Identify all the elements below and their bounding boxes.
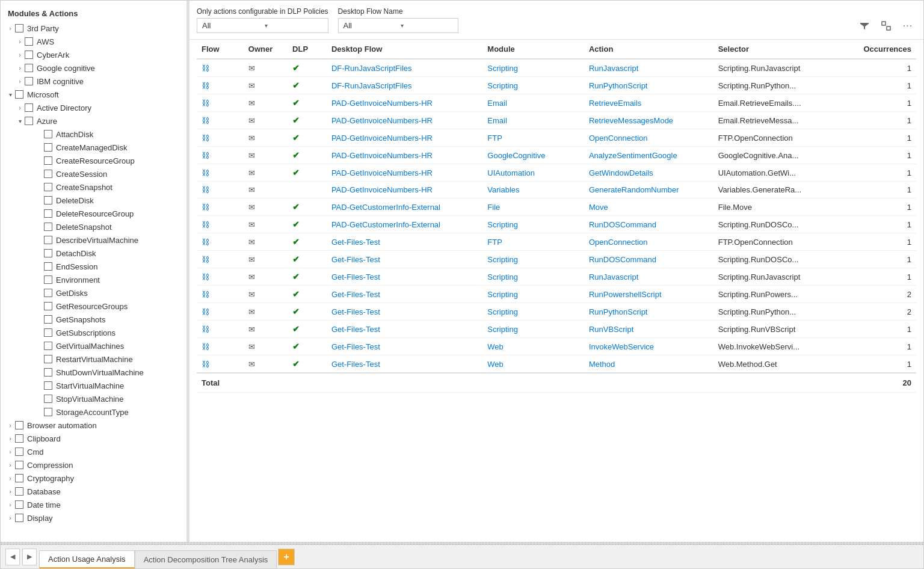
- desktop-flow-link[interactable]: PAD-GetCustomerInfo-External: [331, 203, 440, 212]
- owner-cell[interactable]: ✉: [244, 321, 288, 338]
- flow-cell[interactable]: ⛓: [197, 216, 244, 233]
- tree-checkbox[interactable]: [44, 328, 52, 337]
- tree-item-display[interactable]: ›Display: [1, 511, 186, 524]
- module-cell[interactable]: Email: [482, 112, 584, 129]
- tree-checkbox[interactable]: [15, 487, 23, 496]
- module-link[interactable]: Scripting: [487, 220, 518, 229]
- module-cell[interactable]: Scripting: [482, 268, 584, 286]
- module-link[interactable]: Email: [487, 99, 507, 108]
- tree-checkbox[interactable]: [44, 156, 52, 165]
- flow-link-icon[interactable]: ⛓: [202, 307, 209, 316]
- module-link[interactable]: Web: [487, 342, 504, 351]
- tree-item-storage-type[interactable]: StorageAccountType: [1, 405, 186, 419]
- tree-checkbox[interactable]: [44, 196, 52, 205]
- flow-cell[interactable]: ⛓: [197, 251, 244, 268]
- action-cell[interactable]: RunPythonScript: [584, 303, 713, 321]
- action-link[interactable]: RetrieveEmails: [589, 99, 641, 108]
- flow-link-icon[interactable]: ⛓: [202, 99, 209, 108]
- desktop-flow-cell[interactable]: PAD-GetInvoiceNumbers-HR: [327, 164, 482, 182]
- module-link[interactable]: Scripting: [487, 272, 518, 281]
- module-link[interactable]: Scripting: [487, 325, 518, 334]
- flow-link-icon[interactable]: ⛓: [202, 151, 209, 160]
- module-link[interactable]: Variables: [487, 185, 519, 194]
- desktop-flow-cell[interactable]: PAD-GetInvoiceNumbers-HR: [327, 129, 482, 147]
- tree-checkbox[interactable]: [44, 170, 52, 178]
- flow-cell[interactable]: ⛓: [197, 59, 244, 77]
- tree-item-detach-disk[interactable]: DetachDisk: [1, 247, 186, 260]
- owner-cell[interactable]: ✉: [244, 112, 288, 129]
- owner-cell[interactable]: ✉: [244, 94, 288, 112]
- tree-item-get-vms[interactable]: GetVirtualMachines: [1, 339, 186, 352]
- tree-item-browser-auto[interactable]: ›Browser automation: [1, 419, 186, 432]
- flow-link-icon[interactable]: ⛓: [202, 168, 209, 177]
- tree-checkbox[interactable]: [25, 77, 33, 85]
- module-cell[interactable]: Scripting: [482, 59, 584, 77]
- tree-checkbox[interactable]: [15, 461, 23, 469]
- tree-item-create-rg[interactable]: CreateResourceGroup: [1, 154, 186, 167]
- flow-cell[interactable]: ⛓: [197, 303, 244, 321]
- owner-cell[interactable]: ✉: [244, 355, 288, 374]
- tree-item-active-dir[interactable]: ›Active Directory: [1, 101, 186, 114]
- desktop-flow-cell[interactable]: DF-RunJavaScriptFiles: [327, 77, 482, 94]
- action-cell[interactable]: RunDOSCommand: [584, 216, 713, 233]
- desktop-flow-link[interactable]: PAD-GetInvoiceNumbers-HR: [331, 134, 433, 143]
- tree-item-delete-rg[interactable]: DeleteResourceGroup: [1, 207, 186, 220]
- action-link[interactable]: RunJavascript: [589, 272, 638, 281]
- desktop-flow-cell[interactable]: DF-RunJavaScriptFiles: [327, 59, 482, 77]
- action-cell[interactable]: RunVBScript: [584, 321, 713, 338]
- owner-cell[interactable]: ✉: [244, 77, 288, 94]
- tree-item-cryptography[interactable]: ›Cryptography: [1, 472, 186, 485]
- tree-item-cmd[interactable]: ›Cmd: [1, 445, 186, 458]
- flow-link-icon[interactable]: ⛓: [202, 203, 209, 212]
- action-link[interactable]: GetWindowDetails: [589, 168, 653, 177]
- flow-cell[interactable]: ⛓: [197, 268, 244, 286]
- tree-item-create-session[interactable]: CreateSession: [1, 167, 186, 180]
- flow-cell[interactable]: ⛓: [197, 112, 244, 129]
- flow-cell[interactable]: ⛓: [197, 147, 244, 164]
- flow-cell[interactable]: ⛓: [197, 355, 244, 374]
- tree-checkbox[interactable]: [44, 315, 52, 324]
- action-link[interactable]: RunPowershellScript: [589, 290, 662, 299]
- tab-action-decomp[interactable]: Action Decomposition Tree Analysis: [135, 550, 277, 568]
- tab-prev-button[interactable]: ◀: [5, 549, 20, 565]
- tree-checkbox[interactable]: [15, 421, 23, 429]
- desktop-flow-cell[interactable]: PAD-GetCustomerInfo-External: [327, 216, 482, 233]
- flow-link-icon[interactable]: ⛓: [202, 360, 209, 369]
- tree-checkbox[interactable]: [15, 474, 23, 482]
- action-cell[interactable]: InvokeWebService: [584, 338, 713, 355]
- action-link[interactable]: RunPythonScript: [589, 81, 648, 90]
- tree-item-clipboard[interactable]: ›Clipboard: [1, 432, 186, 445]
- flow-link-icon[interactable]: ⛓: [202, 238, 209, 247]
- desktop-flow-cell[interactable]: Get-Files-Test: [327, 251, 482, 268]
- action-cell[interactable]: RunDOSCommand: [584, 251, 713, 268]
- flow-cell[interactable]: ⛓: [197, 198, 244, 216]
- tree-checkbox[interactable]: [44, 408, 52, 416]
- flow-link-icon[interactable]: ⛓: [202, 290, 209, 299]
- owner-cell[interactable]: ✉: [244, 147, 288, 164]
- tree-item-create-snap[interactable]: CreateSnapshot: [1, 180, 186, 194]
- tree-checkbox[interactable]: [44, 381, 52, 390]
- tree-checkbox[interactable]: [44, 223, 52, 231]
- desktop-flow-link[interactable]: Get-Files-Test: [331, 238, 380, 247]
- owner-cell[interactable]: ✉: [244, 129, 288, 147]
- module-cell[interactable]: Scripting: [482, 216, 584, 233]
- module-link[interactable]: Email: [487, 116, 507, 125]
- module-cell[interactable]: FTP: [482, 129, 584, 147]
- desktop-flow-cell[interactable]: Get-Files-Test: [327, 233, 482, 251]
- tree-checkbox[interactable]: [44, 342, 52, 350]
- desktop-flow-link[interactable]: DF-RunJavaScriptFiles: [331, 64, 412, 73]
- module-link[interactable]: FTP: [487, 238, 502, 247]
- tree-checkbox[interactable]: [44, 355, 52, 363]
- tree-item-create-managed[interactable]: CreateManagedDisk: [1, 141, 186, 154]
- owner-cell[interactable]: ✉: [244, 268, 288, 286]
- owner-cell[interactable]: ✉: [244, 233, 288, 251]
- tree-item-environment[interactable]: Environment: [1, 273, 186, 286]
- tree-checkbox[interactable]: [44, 302, 52, 310]
- tree-item-database[interactable]: ›Database: [1, 485, 186, 498]
- tree-item-compression[interactable]: ›Compression: [1, 458, 186, 472]
- action-cell[interactable]: RunPowershellScript: [584, 286, 713, 303]
- module-link[interactable]: Scripting: [487, 81, 518, 90]
- tree-item-stop-vm[interactable]: StopVirtualMachine: [1, 392, 186, 405]
- tree-checkbox[interactable]: [15, 24, 23, 32]
- tree-item-describe-vm[interactable]: DescribeVirtualMachine: [1, 233, 186, 247]
